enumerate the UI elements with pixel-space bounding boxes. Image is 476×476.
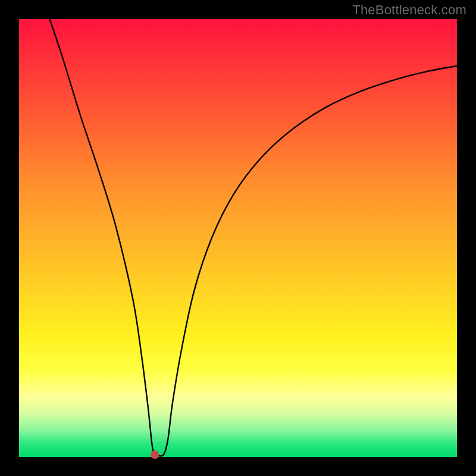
marker-dot [151,450,159,459]
chart-frame: TheBottleneck.com [0,0,476,476]
plot-area [19,19,457,457]
bottleneck-curve [50,19,457,456]
bottleneck-curve-svg [19,19,457,457]
watermark-text: TheBottleneck.com [352,2,466,18]
